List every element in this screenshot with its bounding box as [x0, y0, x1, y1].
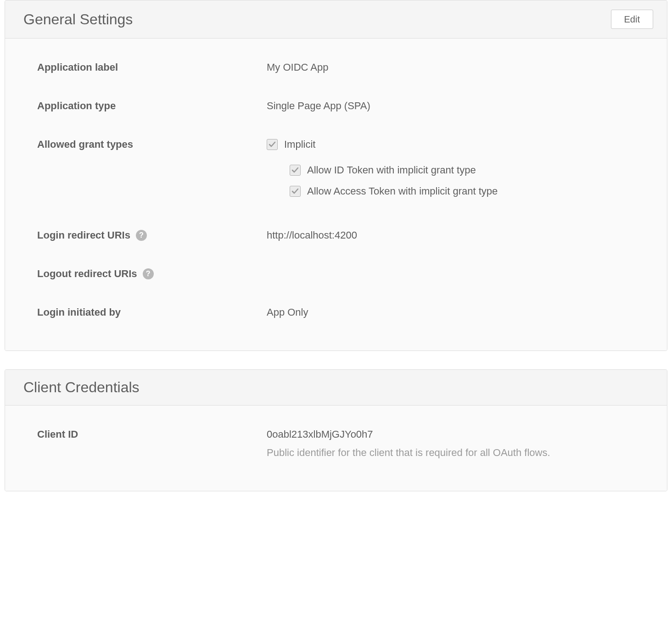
general-settings-header: General Settings Edit	[5, 0, 667, 39]
application-type-label: Application type	[37, 100, 267, 112]
application-type-value: Single Page App (SPA)	[267, 100, 635, 112]
edit-button[interactable]: Edit	[611, 10, 653, 29]
logout-redirect-label: Logout redirect URIs ?	[37, 268, 267, 280]
checkbox-checked-icon	[290, 186, 301, 197]
client-id-label: Client ID	[37, 428, 267, 440]
client-id-help-text: Public identifier for the client that is…	[267, 447, 635, 459]
help-icon[interactable]: ?	[143, 268, 154, 279]
allow-id-token-label: Allow ID Token with implicit grant type	[307, 164, 476, 176]
login-initiated-value: App Only	[267, 306, 635, 318]
allowed-grant-types-row: Allowed grant types Implicit Al	[37, 139, 635, 197]
login-initiated-label: Login initiated by	[37, 306, 267, 318]
application-label-value: My OIDC App	[267, 61, 635, 73]
application-label-row: Application label My OIDC App	[37, 61, 635, 73]
login-redirect-label: Login redirect URIs ?	[37, 229, 267, 241]
general-settings-title: General Settings	[23, 11, 133, 28]
allow-access-token-row: Allow Access Token with implicit grant t…	[290, 185, 635, 197]
client-credentials-title: Client Credentials	[23, 379, 140, 396]
application-label-label: Application label	[37, 61, 267, 73]
client-credentials-panel: Client Credentials Client ID 0oabl213xlb…	[5, 369, 667, 491]
login-redirect-row: Login redirect URIs ? http://localhost:4…	[37, 229, 635, 241]
checkbox-checked-icon	[290, 165, 301, 176]
client-credentials-body: Client ID 0oabl213xlbMjGJYo0h7 Public id…	[5, 406, 667, 491]
client-id-value: 0oabl213xlbMjGJYo0h7	[267, 428, 635, 440]
login-initiated-row: Login initiated by App Only	[37, 306, 635, 318]
grant-type-implicit: Implicit	[267, 139, 635, 150]
application-type-row: Application type Single Page App (SPA)	[37, 100, 635, 112]
general-settings-panel: General Settings Edit Application label …	[5, 0, 667, 351]
logout-redirect-row: Logout redirect URIs ?	[37, 268, 635, 280]
checkbox-checked-icon	[267, 139, 278, 150]
allow-access-token-label: Allow Access Token with implicit grant t…	[307, 185, 498, 197]
allow-id-token-row: Allow ID Token with implicit grant type	[290, 164, 635, 176]
help-icon[interactable]: ?	[136, 230, 147, 241]
client-id-row: Client ID 0oabl213xlbMjGJYo0h7 Public id…	[37, 428, 635, 459]
grant-type-implicit-label: Implicit	[284, 139, 315, 150]
client-credentials-header: Client Credentials	[5, 370, 667, 406]
login-redirect-value: http://localhost:4200	[267, 229, 635, 241]
general-settings-body: Application label My OIDC App Applicatio…	[5, 39, 667, 350]
allowed-grant-types-value: Implicit Allow ID Token with implicit gr…	[267, 139, 635, 197]
allowed-grant-types-label: Allowed grant types	[37, 139, 267, 150]
grant-type-subchecks: Allow ID Token with implicit grant type …	[290, 164, 635, 197]
client-id-value-block: 0oabl213xlbMjGJYo0h7 Public identifier f…	[267, 428, 635, 459]
